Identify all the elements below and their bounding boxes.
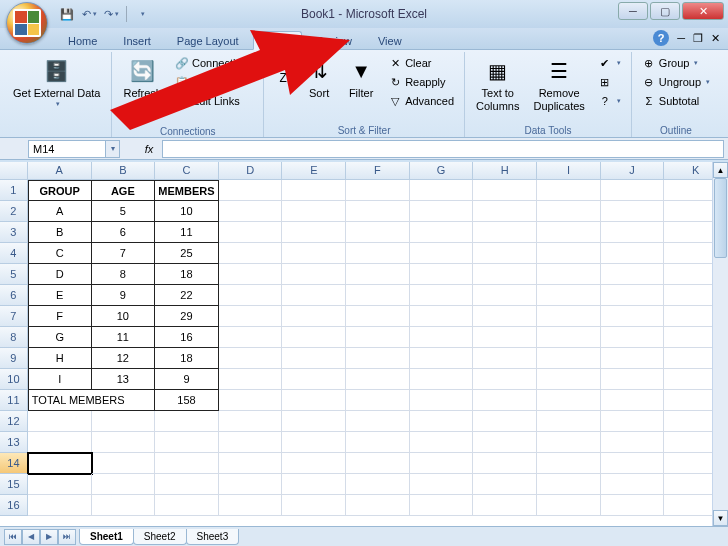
cell[interactable] (155, 495, 219, 516)
cell[interactable] (601, 411, 665, 432)
cell[interactable]: AGE (92, 180, 156, 201)
cell[interactable] (410, 201, 474, 222)
cell[interactable] (410, 306, 474, 327)
cell[interactable] (473, 180, 537, 201)
sheet-nav-next[interactable]: ▶ (40, 529, 58, 545)
column-header[interactable]: F (346, 162, 410, 180)
cell[interactable] (219, 222, 283, 243)
subtotal-button[interactable]: ΣSubtotal (638, 92, 714, 110)
cell[interactable] (219, 201, 283, 222)
cell[interactable] (219, 474, 283, 495)
cell[interactable] (473, 264, 537, 285)
row-header[interactable]: 14 (0, 453, 28, 474)
cell[interactable] (28, 411, 92, 432)
what-if-button[interactable]: ?▾ (594, 92, 625, 110)
scroll-up-button[interactable]: ▲ (713, 162, 728, 178)
cell[interactable] (537, 327, 601, 348)
cell[interactable] (601, 201, 665, 222)
cell[interactable] (473, 327, 537, 348)
cell[interactable] (92, 453, 156, 474)
cell[interactable] (601, 306, 665, 327)
scroll-down-button[interactable]: ▼ (713, 510, 728, 526)
name-box-dropdown[interactable]: ▾ (106, 140, 120, 158)
cell[interactable] (601, 369, 665, 390)
cell[interactable] (473, 222, 537, 243)
get-external-data-button[interactable]: 🗄️ Get External Data▾ (8, 54, 105, 112)
cell[interactable]: 25 (155, 243, 219, 264)
cell[interactable] (28, 453, 92, 474)
cell[interactable] (601, 432, 665, 453)
cell[interactable] (473, 432, 537, 453)
cell[interactable] (282, 348, 346, 369)
cell[interactable] (282, 369, 346, 390)
cell[interactable]: C (28, 243, 92, 264)
cell[interactable]: 9 (155, 369, 219, 390)
cell[interactable] (282, 390, 346, 411)
column-header[interactable]: E (282, 162, 346, 180)
cell[interactable] (219, 432, 283, 453)
scroll-thumb[interactable] (714, 178, 727, 258)
cell[interactable] (410, 411, 474, 432)
sheet-nav-first[interactable]: ⏮ (4, 529, 22, 545)
cell[interactable] (219, 369, 283, 390)
column-header[interactable]: C (155, 162, 219, 180)
formula-input[interactable] (162, 140, 724, 158)
cell[interactable] (410, 432, 474, 453)
cell[interactable]: H (28, 348, 92, 369)
cell[interactable] (473, 306, 537, 327)
cell[interactable] (537, 474, 601, 495)
cell[interactable] (537, 369, 601, 390)
cell[interactable] (346, 243, 410, 264)
cell[interactable] (537, 180, 601, 201)
cell[interactable] (346, 306, 410, 327)
cell[interactable] (219, 411, 283, 432)
cell[interactable]: 8 (92, 264, 156, 285)
cell[interactable] (537, 411, 601, 432)
cell[interactable] (219, 390, 283, 411)
cell[interactable] (473, 285, 537, 306)
cell[interactable] (346, 222, 410, 243)
column-header[interactable]: B (92, 162, 156, 180)
cell[interactable] (601, 264, 665, 285)
row-header[interactable]: 2 (0, 201, 28, 222)
sheet-tab-3[interactable]: Sheet3 (186, 529, 240, 545)
row-header[interactable]: 8 (0, 327, 28, 348)
cell[interactable] (92, 495, 156, 516)
cell[interactable] (219, 453, 283, 474)
cell[interactable] (346, 474, 410, 495)
cell[interactable] (410, 348, 474, 369)
cell[interactable]: 7 (92, 243, 156, 264)
cell[interactable]: 158 (155, 390, 219, 411)
redo-icon[interactable]: ↷▾ (102, 5, 120, 23)
sort-az-button[interactable]: A↓Z (270, 54, 296, 90)
tab-home[interactable]: Home (56, 32, 109, 49)
column-header[interactable]: A (28, 162, 92, 180)
cell[interactable] (219, 306, 283, 327)
row-header[interactable]: 7 (0, 306, 28, 327)
help-icon[interactable]: ? (653, 30, 669, 46)
row-header[interactable]: 3 (0, 222, 28, 243)
cell[interactable] (537, 432, 601, 453)
row-header[interactable]: 5 (0, 264, 28, 285)
select-all-corner[interactable] (0, 162, 28, 180)
cell[interactable] (346, 411, 410, 432)
row-header[interactable]: 11 (0, 390, 28, 411)
cell[interactable] (601, 348, 665, 369)
cell[interactable] (28, 495, 92, 516)
properties-button[interactable]: 📋Properties (171, 73, 257, 91)
cell[interactable] (282, 180, 346, 201)
cell[interactable]: 22 (155, 285, 219, 306)
cell[interactable] (473, 201, 537, 222)
sheet-nav-last[interactable]: ⏭ (58, 529, 76, 545)
qat-customize-icon[interactable]: ▾ (133, 5, 151, 23)
cell[interactable]: 12 (92, 348, 156, 369)
sort-button[interactable]: ⇅ Sort (300, 54, 338, 103)
clear-filter-button[interactable]: ✕Clear (384, 54, 458, 72)
cell[interactable] (537, 285, 601, 306)
cell[interactable] (219, 348, 283, 369)
cell[interactable] (410, 474, 474, 495)
cell[interactable] (346, 327, 410, 348)
reapply-button[interactable]: ↻Reapply (384, 73, 458, 91)
cell[interactable]: 10 (92, 306, 156, 327)
cell[interactable] (537, 495, 601, 516)
